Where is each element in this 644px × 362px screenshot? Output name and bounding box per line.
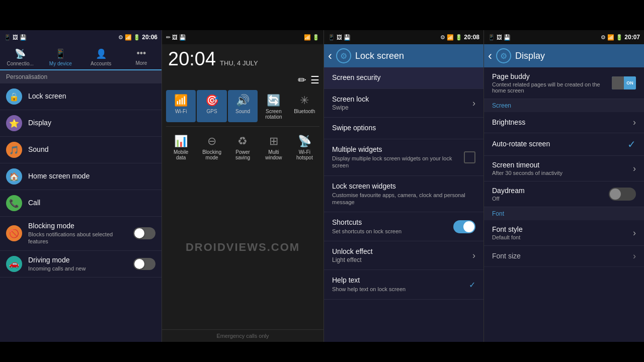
display-text: Display [28, 119, 155, 128]
disp-item-auto-rotate[interactable]: Auto-rotate screen ✓ [484, 133, 644, 156]
clock-panel1: 20:06 [142, 34, 157, 41]
ls-item-help-text[interactable]: Help text Show help text on lock screen … [324, 270, 484, 299]
disp-item-screen-timeout[interactable]: Screen timeout After 30 seconds of inact… [484, 156, 644, 182]
font-style-text: Font style Default font [492, 225, 523, 240]
ls-item-screen-security[interactable]: Screen security [324, 67, 484, 89]
tab-my-device[interactable]: 📱 My device [40, 44, 80, 70]
unlock-effect-subtitle: Light effect [332, 256, 373, 263]
tab-bar-panel1: 📡 Connectio... 📱 My device 👤 Accounts ••… [0, 44, 162, 70]
font-style-chevron: › [633, 228, 636, 238]
qs-tile-multiwindow[interactable]: ⊞ Multi window [259, 131, 288, 163]
driving-mode-toggle-knob [134, 259, 144, 269]
disp-item-page-buddy[interactable]: Page buddy Context related pages will be… [484, 67, 644, 99]
rotation-qs-label: Screen rotation [261, 109, 286, 120]
bluetooth-qs-label: Bluetooth [294, 109, 315, 114]
swipe-options-row: Swipe options [332, 124, 475, 133]
gear-icon-p4: ⚙ [496, 48, 511, 63]
ls-item-lock-screen-widgets[interactable]: Lock screen widgets Customise favourite … [324, 176, 484, 213]
qs-tile-rotation[interactable]: 🔄 Screen rotation [259, 90, 288, 122]
accounts-icon: 👤 [96, 48, 107, 59]
qs-tile-mobile-data[interactable]: 📊 Mobile data [166, 131, 196, 163]
qs-tile-power[interactable]: ♻ Power saving [228, 131, 258, 163]
power-qs-icon: ♻ [237, 135, 248, 148]
blocking-qs-icon: ⊖ [207, 135, 216, 148]
qs-divider [166, 126, 319, 127]
p4-icon3: 💾 [504, 34, 511, 41]
p4-status-left: 📱 🖼 💾 [488, 34, 511, 41]
disp-item-font-style[interactable]: Font style Default font › [484, 220, 644, 246]
disp-item-font-size[interactable]: Font size › [484, 246, 644, 267]
daydream-row: Daydream Off [492, 187, 636, 202]
blocking-mode-toggle[interactable] [133, 227, 155, 239]
hotspot-qs-icon: 📡 [298, 135, 311, 148]
wifi-qs-icon: 📶 [174, 94, 188, 107]
lock-screen-icon: 🔒 [6, 88, 22, 105]
screen-timeout-row: Screen timeout After 30 seconds of inact… [492, 161, 636, 176]
ls-item-multiple-widgets[interactable]: Multiple widgets Display multiple lock s… [324, 139, 484, 176]
sound-icon: 🎵 [6, 142, 22, 158]
driving-mode-text: Driving mode Incoming calls and new [28, 256, 133, 272]
back-button-p3[interactable]: ‹ [328, 49, 332, 63]
settings-item-display[interactable]: ⭐ Display [0, 110, 162, 137]
screen-timeout-title: Screen timeout [492, 161, 562, 169]
power-qs-label: Power saving [230, 149, 256, 160]
multiple-widgets-checkbox[interactable] [464, 151, 475, 163]
tab-accounts-label: Accounts [91, 61, 111, 66]
qs-tile-sound[interactable]: 🔊 Sound [228, 90, 258, 122]
settings-item-home-screen-mode[interactable]: 🏠 Home screen mode [0, 163, 162, 190]
disp-item-brightness[interactable]: Brightness › [484, 112, 644, 133]
qs-tile-blocking[interactable]: ⊖ Blocking mode [197, 131, 226, 163]
font-style-row: Font style Default font › [492, 225, 636, 240]
wifi-qs-label: Wi-Fi [175, 109, 187, 114]
auto-rotate-title: Auto-rotate screen [492, 140, 550, 148]
ls-item-shortcuts[interactable]: Shortcuts Set shortcuts on lock screen [324, 212, 484, 241]
back-button-p4[interactable]: ‹ [488, 49, 492, 63]
ls-item-swipe-options[interactable]: Swipe options [324, 118, 484, 139]
settings-item-call[interactable]: 📞 Call [0, 190, 162, 217]
tab-more[interactable]: ••• More [121, 44, 162, 69]
settings-item-blocking-mode[interactable]: 🚫 Blocking mode Blocks notifications abo… [0, 217, 162, 251]
personalisation-header: Personalisation [0, 70, 162, 83]
qs-tile-hotspot[interactable]: 📡 Wi-Fi hotspot [290, 131, 319, 163]
qs-tile-bluetooth[interactable]: ✳ Bluetooth [290, 90, 319, 122]
driving-mode-toggle[interactable] [133, 258, 155, 270]
ls-item-screen-lock[interactable]: Screen lock Swipe › [324, 89, 484, 118]
blocking-mode-title: Blocking mode [28, 222, 133, 230]
gear-icon-p3: ⚙ [336, 48, 351, 63]
quick-settings-row2: 📊 Mobile data ⊖ Blocking mode ♻ Power sa… [162, 129, 324, 165]
disp-item-daydream[interactable]: Daydream Off [484, 182, 644, 207]
page-buddy-toggle[interactable]: ON [612, 76, 636, 89]
shortcuts-toggle[interactable] [453, 220, 475, 233]
tab-connections[interactable]: 📡 Connectio... [0, 44, 40, 69]
qs-tile-wifi[interactable]: 📶 Wi-Fi [166, 90, 196, 122]
status-icons-right: ⚙ 📶 🔋 20:06 [118, 34, 157, 41]
panel2-time-area: 20:04 THU, 4 JULY [162, 44, 324, 72]
signal-icon: 📶 [125, 34, 132, 41]
screen-section-header: Screen [484, 99, 644, 112]
settings-item-lock-screen[interactable]: 🔒 Lock screen [0, 83, 162, 110]
ls-item-unlock-effect[interactable]: Unlock effect Light effect › [324, 241, 484, 270]
qs-tile-gps[interactable]: 🎯 GPS [197, 90, 226, 122]
daydream-text: Daydream Off [492, 187, 525, 202]
font-size-row: Font size › [492, 251, 636, 261]
blocking-mode-icon: 🚫 [6, 225, 22, 241]
edit-icon[interactable]: ✏ [298, 74, 306, 86]
daydream-toggle-knob [610, 189, 621, 200]
driving-mode-icon: 🚗 [6, 256, 22, 272]
settings-item-driving-mode[interactable]: 🚗 Driving mode Incoming calls and new [0, 251, 162, 278]
lock-screen-list: Screen security Screen lock Swipe › Swip… [324, 67, 484, 342]
sound-qs-icon: 🔊 [236, 94, 250, 107]
p2-signal-icon: 📶 [304, 34, 311, 41]
tab-accounts[interactable]: 👤 Accounts [81, 44, 121, 69]
mobile-data-qs-icon: 📊 [174, 135, 188, 148]
menu-icon[interactable]: ☰ [310, 74, 319, 86]
font-size-chevron: › [633, 251, 636, 261]
settings-item-sound[interactable]: 🎵 Sound [0, 137, 162, 163]
blocking-mode-toggle-knob [134, 228, 144, 238]
multiple-widgets-title: Multiple widgets [332, 145, 464, 153]
daydream-toggle[interactable] [609, 188, 636, 201]
sound-title: Sound [28, 145, 155, 153]
more-icon: ••• [136, 48, 146, 59]
sound-qs-label: Sound [235, 109, 250, 114]
lock-screen-title: Lock screen [28, 92, 155, 100]
